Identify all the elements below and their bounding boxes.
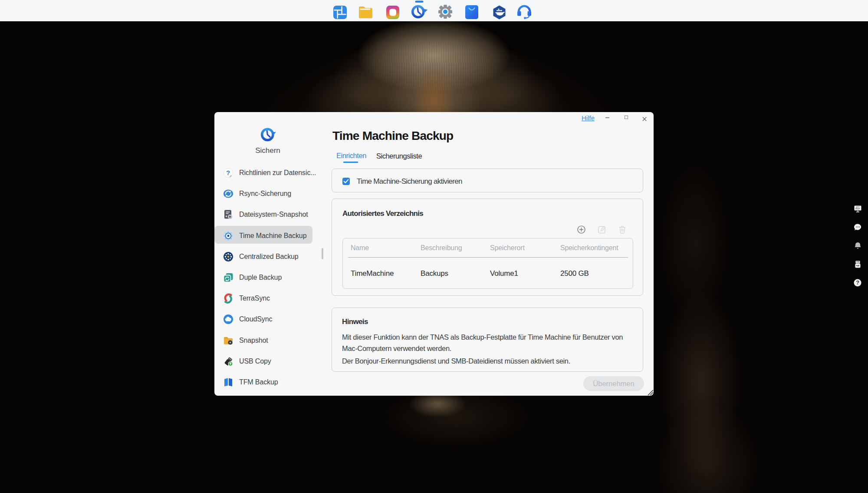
svg-text:?: ? (856, 280, 859, 286)
svg-text:?: ? (226, 169, 230, 176)
